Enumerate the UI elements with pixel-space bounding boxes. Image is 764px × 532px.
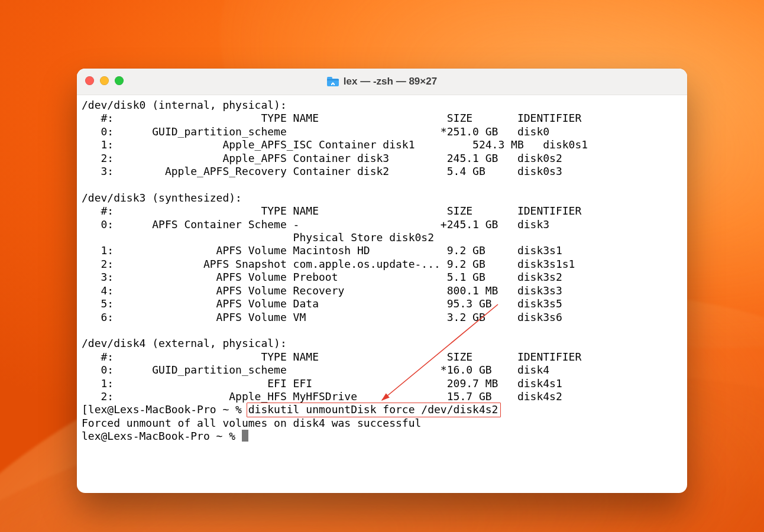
traffic-lights — [85, 76, 124, 85]
svg-rect-2 — [327, 79, 339, 80]
home-folder-icon — [327, 77, 339, 86]
window-title: lex — -zsh — 89×27 — [327, 76, 437, 87]
minimize-button[interactable] — [100, 76, 109, 85]
close-button[interactable] — [85, 76, 94, 85]
window-title-text: lex — -zsh — 89×27 — [344, 76, 437, 87]
maximize-button[interactable] — [115, 76, 124, 85]
terminal-body[interactable]: /dev/disk0 (internal, physical): #: TYPE… — [77, 95, 687, 449]
terminal-cursor — [242, 430, 248, 442]
window-titlebar[interactable]: lex — -zsh — 89×27 — [77, 69, 687, 95]
terminal-output: /dev/disk0 (internal, physical): #: TYPE… — [82, 99, 682, 443]
terminal-window: lex — -zsh — 89×27 /dev/disk0 (internal,… — [77, 69, 687, 493]
